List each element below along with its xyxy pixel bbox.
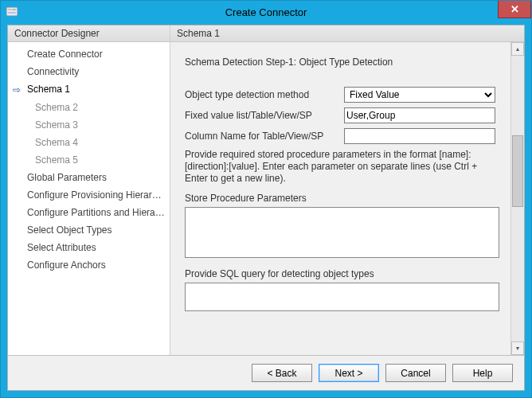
scroll-up-button[interactable]: ▴ bbox=[511, 42, 524, 56]
close-button[interactable]: ✕ bbox=[498, 1, 531, 18]
window-frame: Create Connector ✕ Connector Designer Cr… bbox=[0, 0, 532, 398]
chevron-down-icon: ▾ bbox=[516, 345, 519, 352]
sql-query-textarea[interactable] bbox=[185, 283, 499, 311]
right-panel: Schema 1 Schema Detection Step-1: Object… bbox=[170, 25, 524, 355]
nav-item-create-connector[interactable]: Create Connector bbox=[8, 45, 170, 63]
nav-item-select-attributes[interactable]: Select Attributes bbox=[8, 239, 170, 256]
scroll-down-button[interactable]: ▾ bbox=[511, 341, 524, 355]
nav-item-label: Configure Provisioning Hierarchy bbox=[27, 189, 166, 201]
app-icon bbox=[6, 6, 18, 18]
nav-item-schema-1[interactable]: ⇨Schema 1 bbox=[8, 80, 170, 99]
label-sp-params: Store Procedure Parameters bbox=[185, 193, 499, 204]
nav-item-label: Global Parameters bbox=[27, 172, 107, 183]
row-column-name: Column Name for Table/View/SP bbox=[185, 128, 499, 144]
back-button[interactable]: < Back bbox=[252, 364, 312, 382]
nav-item-schema-3[interactable]: Schema 3 bbox=[8, 116, 170, 134]
chevron-up-icon: ▴ bbox=[516, 45, 519, 53]
label-column-name: Column Name for Table/View/SP bbox=[185, 131, 344, 142]
nav-item-schema-2[interactable]: Schema 2 bbox=[8, 99, 170, 116]
nav-item-label: Configure Anchors bbox=[27, 259, 106, 271]
label-method: Object type detection method bbox=[185, 89, 344, 100]
nav-item-connectivity[interactable]: Connectivity bbox=[8, 63, 170, 80]
arrow-icon: ⇨ bbox=[13, 83, 24, 97]
step-title: Schema Detection Step-1: Object Type Det… bbox=[185, 57, 499, 68]
scroll-track[interactable] bbox=[511, 56, 524, 341]
client-area: Connector Designer Create ConnectorConne… bbox=[7, 25, 525, 391]
scroll-thumb[interactable] bbox=[512, 135, 523, 207]
left-panel-header: Connector Designer bbox=[8, 25, 170, 42]
fixed-value-input[interactable] bbox=[344, 107, 495, 123]
nav-item-configure-partitions-and-hierarchies[interactable]: Configure Partitions and Hierarchies bbox=[8, 204, 170, 221]
next-button[interactable]: Next > bbox=[319, 364, 379, 382]
nav-item-label: Schema 3 bbox=[35, 119, 78, 131]
nav-list: Create ConnectorConnectivity⇨Schema 1Sch… bbox=[8, 42, 170, 355]
button-bar: < Back Next > Cancel Help bbox=[8, 355, 524, 390]
row-fixed-list: Fixed value list/Table/View/SP bbox=[185, 107, 499, 123]
column-name-input[interactable] bbox=[344, 128, 495, 144]
vertical-scrollbar[interactable]: ▴ ▾ bbox=[510, 42, 524, 355]
nav-item-schema-5[interactable]: Schema 5 bbox=[8, 151, 170, 169]
nav-item-label: Create Connector bbox=[27, 49, 103, 60]
cancel-button[interactable]: Cancel bbox=[385, 364, 446, 382]
nav-item-label: Schema 5 bbox=[35, 154, 78, 166]
nav-item-schema-4[interactable]: Schema 4 bbox=[8, 134, 170, 151]
nav-item-global-parameters[interactable]: Global Parameters bbox=[8, 169, 170, 186]
nav-item-label: Schema 1 bbox=[27, 84, 70, 95]
help-button[interactable]: Help bbox=[452, 364, 513, 382]
nav-item-configure-provisioning-hierarchy[interactable]: Configure Provisioning Hierarchy bbox=[8, 186, 170, 204]
label-sql-query: Provide SQL query for detecting object t… bbox=[185, 268, 499, 279]
detection-method-select[interactable]: Fixed Value bbox=[344, 87, 495, 103]
titlebar[interactable]: Create Connector ✕ bbox=[1, 1, 531, 23]
left-panel: Connector Designer Create ConnectorConne… bbox=[8, 25, 170, 355]
nav-item-label: Select Object Types bbox=[27, 224, 112, 236]
form-area: Schema Detection Step-1: Object Type Det… bbox=[170, 42, 510, 355]
sp-params-textarea[interactable] bbox=[185, 207, 499, 258]
close-icon: ✕ bbox=[510, 3, 519, 15]
nav-item-select-object-types[interactable]: Select Object Types bbox=[8, 221, 170, 239]
row-method: Object type detection method Fixed Value bbox=[185, 87, 499, 103]
svg-rect-0 bbox=[6, 7, 18, 16]
label-fixed-list: Fixed value list/Table/View/SP bbox=[185, 110, 344, 121]
help-text: Provide required stored procedure parame… bbox=[185, 149, 499, 185]
nav-item-configure-anchors[interactable]: Configure Anchors bbox=[8, 256, 170, 274]
content-wrap: Schema Detection Step-1: Object Type Det… bbox=[170, 42, 524, 355]
right-panel-header: Schema 1 bbox=[170, 25, 524, 42]
nav-item-label: Select Attributes bbox=[27, 242, 96, 253]
nav-item-label: Schema 2 bbox=[35, 102, 78, 113]
svg-rect-3 bbox=[8, 12, 16, 14]
window-title: Create Connector bbox=[1, 6, 531, 18]
svg-rect-1 bbox=[8, 9, 11, 10]
main-split: Connector Designer Create ConnectorConne… bbox=[8, 25, 524, 355]
nav-item-label: Connectivity bbox=[27, 66, 79, 77]
svg-rect-2 bbox=[12, 9, 16, 10]
nav-item-label: Schema 4 bbox=[35, 137, 78, 148]
nav-item-label: Configure Partitions and Hierarchies bbox=[27, 207, 170, 218]
